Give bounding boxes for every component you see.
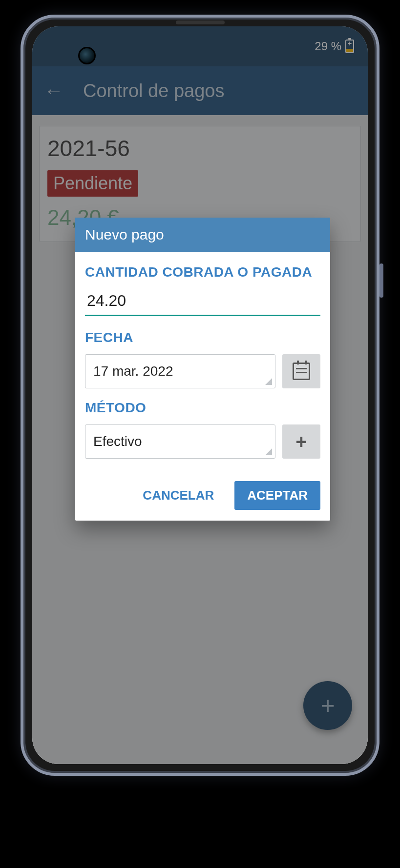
add-method-button[interactable]: + [282,424,320,459]
method-value: Efectivo [93,434,142,449]
amount-input[interactable] [85,289,320,316]
dialog-body: CANTIDAD COBRADA O PAGADA FECHA 17 mar. … [75,252,330,476]
screen: 29 % ← Control de pagos 2021-56 Pendient… [32,26,368,764]
phone-body: 29 % ← Control de pagos 2021-56 Pendient… [21,15,379,776]
phone-speaker [176,20,225,24]
method-dropdown[interactable]: Efectivo [85,424,275,459]
new-payment-dialog: Nuevo pago CANTIDAD COBRADA O PAGADA FEC… [75,218,330,521]
phone-frame: 29 % ← Control de pagos 2021-56 Pendient… [0,0,400,868]
amount-label: CANTIDAD COBRADA O PAGADA [85,264,320,280]
dialog-title: Nuevo pago [75,218,330,252]
phone-camera [78,47,96,64]
calendar-icon [293,363,310,380]
method-label: MÉTODO [85,400,320,416]
date-dropdown[interactable]: 17 mar. 2022 [85,354,275,388]
date-label: FECHA [85,330,320,345]
date-value: 17 mar. 2022 [93,363,173,379]
cancel-button[interactable]: CANCELAR [134,481,223,510]
calendar-button[interactable] [282,354,320,388]
plus-icon: + [295,431,307,453]
accept-button[interactable]: ACEPTAR [234,481,320,510]
dialog-actions: CANCELAR ACEPTAR [75,476,330,521]
phone-side-button [379,263,383,298]
